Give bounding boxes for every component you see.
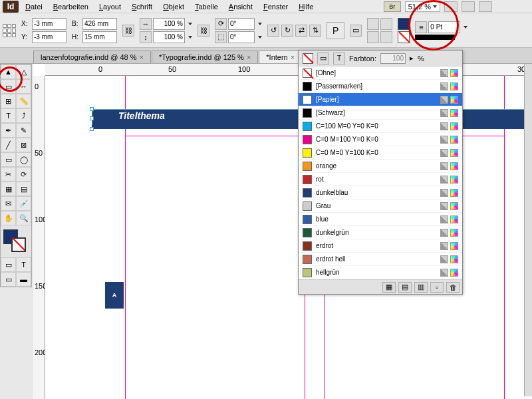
apply-color[interactable]: ▭ — [1, 257, 16, 272]
menu-hilfe[interactable]: Hilfe — [293, 1, 319, 12]
document-tab[interactable]: *Intern× — [259, 51, 302, 63]
menu-layout[interactable]: Layout — [94, 1, 126, 12]
scale-x-input[interactable] — [153, 18, 185, 30]
width-input[interactable] — [82, 18, 117, 30]
swatch-row[interactable]: Grau — [299, 200, 462, 213]
screen-mode-icon[interactable] — [462, 1, 475, 12]
menu-ansicht[interactable]: Ansicht — [223, 1, 258, 12]
link-scale-icon[interactable]: ⛓ — [198, 25, 209, 37]
document-tab[interactable]: lanzenfotografie.indd @ 48 %× — [33, 51, 151, 63]
apply-text[interactable]: T — [16, 257, 31, 272]
zoom-tool[interactable]: 🔍 — [16, 211, 31, 225]
swatch-row[interactable]: C=0 M=100 Y=0 K=0 — [299, 133, 462, 146]
swatch-row[interactable]: erdrot — [299, 239, 462, 253]
fill-none-icon[interactable] — [303, 53, 313, 64]
flip-v-icon[interactable]: ⇅ — [309, 25, 321, 37]
stroke-weight-input[interactable] — [428, 21, 460, 33]
rotate-input[interactable] — [228, 18, 255, 30]
swatch-row[interactable]: dunkelgrün — [299, 226, 462, 239]
menu-tabelle[interactable]: Tabelle — [190, 1, 223, 12]
formatting-text-icon[interactable]: T — [333, 53, 345, 65]
document-tab[interactable]: *Typografie.indd @ 125 %× — [152, 51, 258, 63]
view-mode-preview[interactable]: ▬ — [16, 272, 31, 287]
note-tool[interactable]: ✉ — [1, 196, 16, 211]
menu-bearbeiten[interactable]: Bearbeiten — [48, 1, 94, 12]
page-tool[interactable]: ▭ — [1, 79, 16, 94]
app-icon: Id — [3, 1, 19, 13]
show-gradient-swatches-icon[interactable]: ▥ — [414, 282, 428, 293]
hand-tool[interactable]: ✋ — [1, 211, 16, 225]
swatch-row[interactable]: [Passermarken] — [299, 80, 462, 93]
rotate-ccw-icon[interactable]: ↺ — [267, 25, 279, 37]
align-mid-icon[interactable] — [380, 18, 392, 30]
scale-y-input[interactable] — [153, 31, 185, 43]
delete-swatch-icon[interactable]: 🗑 — [446, 282, 460, 293]
close-icon[interactable]: × — [291, 53, 295, 61]
menu-datei[interactable]: Datei — [20, 1, 48, 12]
menu-schrift[interactable]: Schrift — [126, 1, 158, 12]
tint-input[interactable] — [380, 53, 406, 64]
type-tool[interactable]: T — [1, 108, 16, 123]
fill-stroke-control[interactable] — [1, 228, 31, 255]
reference-point[interactable] — [3, 24, 16, 37]
select-container-icon[interactable]: ▭ — [350, 25, 362, 37]
type-path-tool[interactable]: ⤴ — [16, 108, 31, 123]
close-icon[interactable]: × — [247, 53, 251, 61]
show-all-swatches-icon[interactable]: ▦ — [382, 282, 396, 293]
stroke-style[interactable] — [415, 35, 455, 40]
swatch-row[interactable]: rot — [299, 173, 462, 186]
pencil-tool[interactable]: ✎ — [16, 123, 31, 138]
constrain-icon[interactable]: ⛓ — [122, 25, 134, 37]
swatch-row[interactable]: C=0 M=0 Y=100 K=0 — [299, 146, 462, 160]
selection-tool[interactable]: ▲ — [1, 65, 16, 79]
direct-selection-tool[interactable]: △ — [16, 65, 31, 79]
swatch-row[interactable]: [Ohne] — [299, 66, 462, 80]
ellipse-tool[interactable]: ◯ — [16, 152, 31, 167]
swatch-row[interactable]: orange — [299, 160, 462, 173]
gradient-swatch-tool[interactable]: ▦ — [1, 182, 16, 196]
zoom-level[interactable]: 51,2 % — [405, 1, 440, 12]
flip-h-icon[interactable]: ⇄ — [295, 25, 307, 37]
align-btm-icon[interactable] — [367, 31, 379, 43]
swatch-row[interactable]: C=100 M=0 Y=0 K=0 — [299, 120, 462, 133]
shear-input[interactable] — [228, 31, 255, 43]
align-dist-icon[interactable] — [380, 31, 392, 43]
measure-tool[interactable]: 📏 — [16, 94, 31, 108]
bridge-button[interactable]: Br — [384, 1, 401, 12]
arrange-icon[interactable] — [479, 1, 492, 12]
close-icon[interactable]: × — [139, 53, 143, 61]
swatch-row[interactable]: [Papier] — [299, 93, 462, 106]
fill-swatch[interactable] — [398, 18, 410, 30]
x-input[interactable] — [32, 18, 66, 30]
formatting-container-icon[interactable]: ▭ — [317, 53, 329, 65]
swatch-row[interactable]: blue — [299, 213, 462, 226]
swatch-row[interactable]: dunkelblau — [299, 186, 462, 200]
height-input[interactable] — [82, 31, 117, 43]
view-options-icon[interactable] — [444, 1, 458, 12]
menu-fenster[interactable]: Fenster — [258, 1, 293, 12]
scissors-tool[interactable]: ✂ — [1, 167, 16, 182]
rotate-cw-icon[interactable]: ↻ — [281, 25, 293, 37]
rect-tool[interactable]: ▭ — [1, 152, 16, 167]
stroke-swatch[interactable] — [398, 31, 410, 43]
swatch-row[interactable]: erdrot hell — [299, 253, 462, 266]
content-tool[interactable]: ⊞ — [1, 94, 16, 108]
transform-tool[interactable]: ⟳ — [16, 167, 31, 182]
swatch-list[interactable]: [Ohne][Passermarken][Papier][Schwarz]C=1… — [299, 66, 462, 279]
menu-objekt[interactable]: Objekt — [158, 1, 190, 12]
view-mode-normal[interactable]: ▭ — [1, 272, 16, 287]
eyedropper-tool[interactable]: 💉 — [16, 196, 31, 211]
paragraph-style-icon[interactable]: P — [327, 22, 344, 39]
y-input[interactable] — [32, 31, 66, 43]
line-tool[interactable]: ╱ — [1, 138, 16, 152]
pen-tool[interactable]: ✒ — [1, 123, 16, 138]
gap-tool[interactable]: ↔ — [16, 79, 31, 94]
swatch-row[interactable]: [Schwarz] — [299, 106, 462, 120]
collapsed-panels[interactable] — [524, 64, 532, 396]
rect-frame-tool[interactable]: ⊠ — [16, 138, 31, 152]
swatch-row[interactable]: hellgrün — [299, 266, 462, 279]
gradient-feather-tool[interactable]: ▤ — [16, 182, 31, 196]
new-swatch-icon[interactable]: ▫ — [430, 282, 444, 293]
align-top-icon[interactable] — [367, 18, 379, 30]
show-color-swatches-icon[interactable]: ▤ — [398, 282, 412, 293]
